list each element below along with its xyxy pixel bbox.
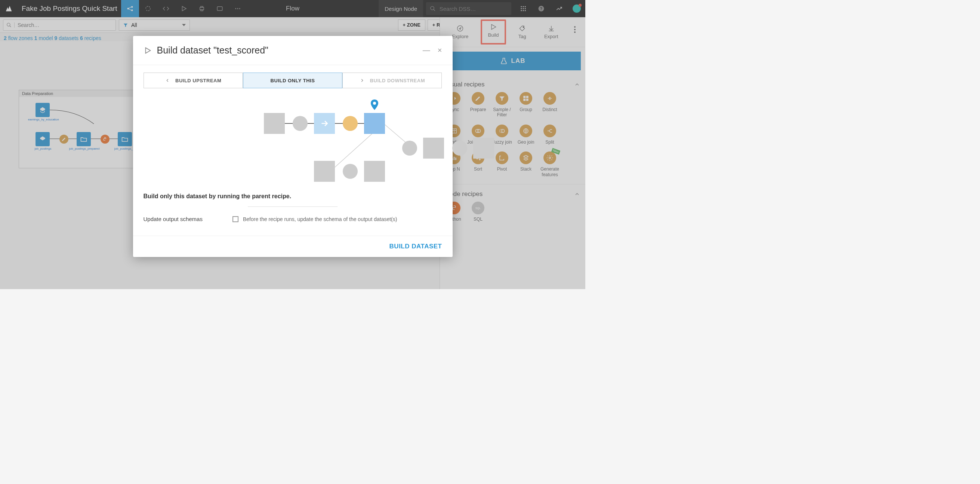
modal-overlay[interactable]: Build dataset "test_scored" — × BUILD UP… <box>0 0 585 289</box>
build-dataset-button[interactable]: BUILD DATASET <box>390 243 442 250</box>
update-schemas-checkbox[interactable]: Before the recipe runs, update the schem… <box>232 216 397 222</box>
tab-build-downstream: BUILD DOWNSTREAM <box>342 73 442 88</box>
modal-description: Build only this dataset by running the p… <box>133 193 453 200</box>
svg-point-41 <box>373 102 376 105</box>
close-icon[interactable]: × <box>438 46 442 54</box>
build-diagram <box>133 96 453 185</box>
modal-title: Build dataset "test_scored" <box>157 45 268 56</box>
tab-build-only-this[interactable]: BUILD ONLY THIS <box>243 73 342 88</box>
tab-build-upstream[interactable]: BUILD UPSTREAM <box>143 73 243 88</box>
build-modal: Build dataset "test_scored" — × BUILD UP… <box>133 36 453 257</box>
minimize-icon[interactable]: — <box>423 46 430 54</box>
update-schemas-label: Update output schemas <box>143 216 202 222</box>
